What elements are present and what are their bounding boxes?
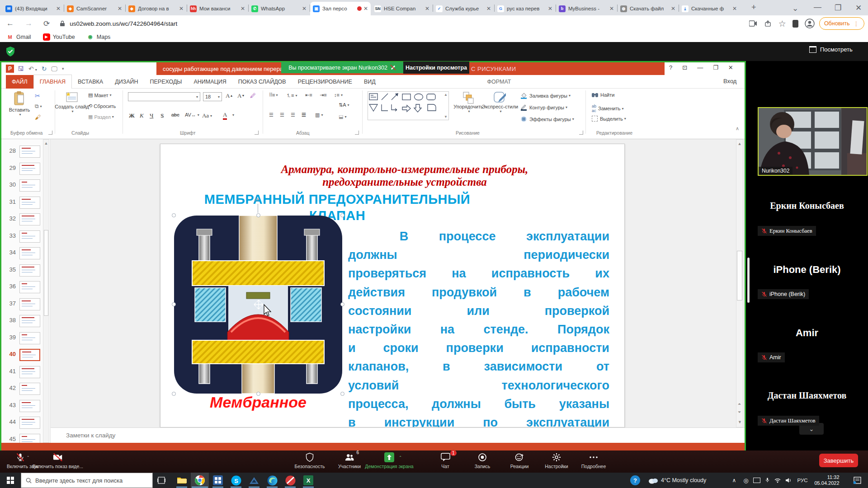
- previous-slide-icon[interactable]: ⏶: [738, 402, 741, 407]
- taskbar-app-skype[interactable]: S: [227, 473, 245, 488]
- tab-close-icon[interactable]: ✕: [548, 5, 552, 12]
- justify-icon[interactable]: ☰: [302, 112, 306, 118]
- weather-text[interactable]: 4°C Mostly cloudy: [661, 473, 720, 488]
- slide-thumbnail-36[interactable]: 36: [1, 281, 43, 295]
- toolbar-sharescreen-button[interactable]: ⌃Демонстрация экрана: [369, 452, 410, 469]
- arrange-button[interactable]: Упорядочить▾: [453, 91, 483, 113]
- shrink-font-icon[interactable]: А▼: [237, 92, 245, 99]
- next-slide-icon[interactable]: ⏷: [738, 410, 741, 415]
- taskbar-app-explorer[interactable]: [173, 473, 191, 488]
- redo-icon[interactable]: ↻: [42, 65, 47, 72]
- ribbon-options-icon[interactable]: ⊡: [682, 64, 687, 71]
- tab-close-icon[interactable]: ✕: [302, 5, 307, 12]
- ribbon-tab-файл[interactable]: ФАЙЛ: [6, 75, 33, 89]
- thumbnail-preview[interactable]: [19, 281, 40, 293]
- tab-close-icon[interactable]: ✕: [179, 5, 184, 12]
- ribbon-tab-главная[interactable]: ГЛАВНАЯ: [33, 75, 72, 89]
- font-size-combo[interactable]: 18▾: [203, 92, 222, 101]
- bookmark-maps[interactable]: ◉Maps: [87, 33, 111, 41]
- browser-tab-11[interactable]: ◍Скачать файл✕: [618, 2, 678, 15]
- thumbs-scrollbar-thumb[interactable]: [44, 230, 48, 316]
- align-right-icon[interactable]: ☰: [291, 112, 295, 118]
- thumbnail-preview[interactable]: [19, 179, 40, 192]
- selection-handle[interactable]: [172, 392, 176, 396]
- char-spacing-button[interactable]: AV↔▾: [185, 112, 199, 117]
- language-indicator[interactable]: РУС: [795, 473, 810, 488]
- bullets-button[interactable]: ⠿≡▾: [269, 92, 278, 98]
- ribbon-tab-дизайн[interactable]: ДИЗАЙН: [109, 75, 144, 89]
- slide-thumbnail-44[interactable]: 44: [1, 417, 43, 430]
- clipboard-dialog-launcher[interactable]: [48, 131, 52, 135]
- thumbnail-preview[interactable]: [19, 247, 40, 259]
- tab-close-icon[interactable]: ✕: [486, 5, 491, 12]
- cut-icon[interactable]: ✂: [35, 92, 40, 99]
- share-icon[interactable]: [764, 20, 771, 27]
- toolbar-chat-button[interactable]: 1Чат: [425, 452, 466, 469]
- thumbnail-preview[interactable]: [19, 332, 40, 344]
- url-text[interactable]: us02web.zoom.us/wc/7422604964/start: [70, 20, 177, 27]
- shape-fill-button[interactable]: Заливка фигуры▾: [520, 92, 571, 99]
- new-slide-button[interactable]: Создать слайд▾: [59, 91, 85, 113]
- increase-indent-icon[interactable]: ⇥≡: [320, 92, 327, 98]
- start-slideshow-icon[interactable]: 🖵: [51, 65, 57, 73]
- toolbar-gear-button[interactable]: Настройки: [536, 452, 577, 469]
- font-name-combo[interactable]: ▾: [128, 92, 200, 101]
- rotation-handle[interactable]: ⟳: [255, 197, 259, 203]
- ribbon-tab-показ слайдов[interactable]: ПОКАЗ СЛАЙДОВ: [232, 75, 292, 89]
- bold-button[interactable]: Ж: [129, 112, 135, 119]
- browser-tab-5[interactable]: ✆WhatsApp✕: [249, 2, 309, 15]
- shapes-scroll-up[interactable]: ▲: [444, 93, 448, 97]
- image-caption[interactable]: Мембранное: [174, 394, 342, 411]
- browser-tab-7[interactable]: S̶NHSE Compan✕: [372, 2, 432, 15]
- taskbar-app-excel[interactable]: X: [299, 473, 317, 488]
- slide-thumbnail-43[interactable]: 43: [1, 400, 43, 413]
- slide-thumbnail-37[interactable]: 37: [1, 298, 43, 312]
- text-direction-icon[interactable]: ⇅А▾: [339, 102, 349, 108]
- taskbar-app-grid[interactable]: [209, 473, 227, 488]
- tray-mic-icon[interactable]: [762, 473, 772, 488]
- layout-button[interactable]: ▤ Макет▾: [88, 92, 112, 98]
- volume-icon[interactable]: [783, 473, 794, 488]
- thumbnail-preview[interactable]: [19, 197, 40, 209]
- italic-button[interactable]: К: [140, 112, 144, 119]
- browser-tab-3[interactable]: ◆Договор на в✕: [126, 2, 186, 15]
- thumbnail-preview[interactable]: [19, 315, 40, 327]
- clock[interactable]: 11:3205.04.2022: [812, 473, 842, 488]
- selection-handle[interactable]: [256, 213, 260, 217]
- taskbar-app-opera[interactable]: [281, 473, 299, 488]
- tab-close-icon[interactable]: ✕: [425, 5, 429, 12]
- selection-handle[interactable]: [172, 213, 176, 217]
- signin-link[interactable]: Вход: [723, 78, 736, 84]
- zoom-view-button[interactable]: Посмотреть: [809, 46, 853, 53]
- taskbar-app-tool[interactable]: [245, 473, 263, 488]
- paragraph-dialog-launcher[interactable]: [355, 131, 359, 135]
- display-icon[interactable]: [751, 473, 762, 488]
- ribbon-tab-переходы[interactable]: ПЕРЕХОДЫ: [144, 75, 188, 89]
- back-icon[interactable]: ←: [6, 19, 14, 28]
- thumbnail-preview[interactable]: [19, 434, 40, 443]
- browser-tab-10[interactable]: bMyBusiness -✕: [556, 2, 617, 15]
- active-speaker-video[interactable]: Nurikon302: [758, 107, 868, 176]
- align-text-icon[interactable]: ⬓▾: [339, 114, 346, 120]
- new-tab-button[interactable]: +: [751, 3, 756, 12]
- side-panel-icon[interactable]: [793, 20, 798, 28]
- thumbnail-preview[interactable]: [19, 417, 40, 429]
- camera-media-icon[interactable]: [749, 20, 757, 27]
- shape-effects-button[interactable]: Эффекты фигуры▾: [520, 116, 574, 122]
- bookmark-star-icon[interactable]: ☆: [778, 19, 786, 29]
- taskbar-app-edge[interactable]: [263, 473, 281, 488]
- end-meeting-button[interactable]: Завершить: [819, 454, 858, 467]
- browser-tab-6[interactable]: ▣Зал персо✕: [310, 2, 371, 15]
- thumbnail-preview[interactable]: [19, 264, 40, 277]
- tab-close-icon[interactable]: ✕: [609, 5, 614, 12]
- window-close-button[interactable]: ✕: [855, 3, 862, 13]
- thumbnail-preview[interactable]: [19, 230, 40, 243]
- slide-scroll-down-icon[interactable]: ▼: [738, 420, 742, 424]
- window-minimize-button[interactable]: —: [814, 3, 821, 12]
- font-color-button[interactable]: А: [223, 111, 227, 120]
- thumbs-scroll-up-icon[interactable]: ▲: [43, 141, 49, 145]
- ppt-minimize-button[interactable]: —: [697, 64, 703, 71]
- ppt-close-button[interactable]: ✕: [728, 64, 733, 71]
- slide-body-text[interactable]: Впроцессеэксплуатациидолжныпериодическип…: [348, 227, 609, 427]
- line-spacing-icon[interactable]: ↕≡▾: [334, 92, 343, 98]
